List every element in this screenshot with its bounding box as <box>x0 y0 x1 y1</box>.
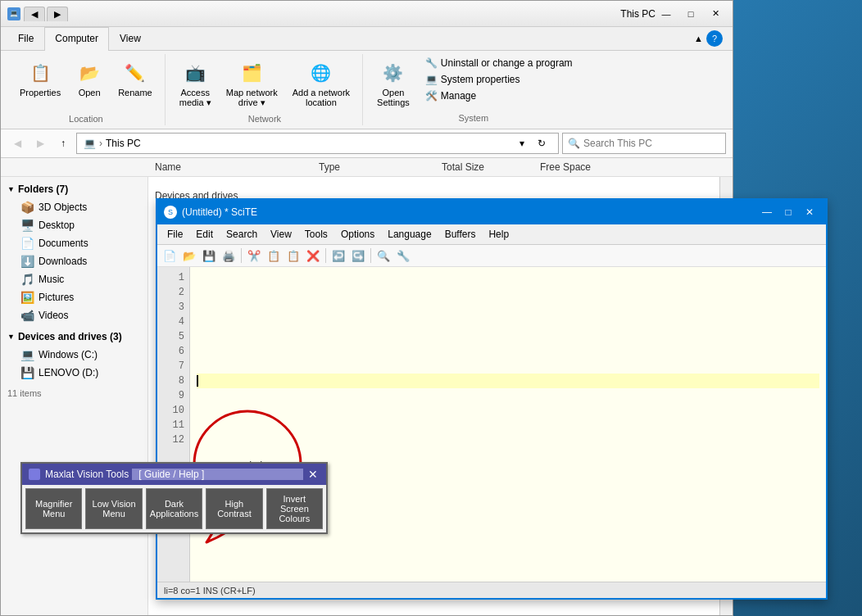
line-7: 7 <box>157 359 189 374</box>
address-path-icon: 💻 <box>84 138 96 149</box>
toolbar-new[interactable]: 📄 <box>161 247 179 265</box>
toolbar-sep2 <box>325 248 326 263</box>
address-input[interactable]: 💻 › This PC ▾ ↻ <box>76 133 559 154</box>
sidebar-item-lenovo-d[interactable]: 💾 LENOVO (D:) <box>1 364 147 382</box>
scite-menu-view[interactable]: View <box>264 226 298 242</box>
sidebar-item-videos[interactable]: 📹 Videos <box>1 306 147 324</box>
lenovo-d-icon: 💾 <box>20 366 34 379</box>
editor-content[interactable] <box>190 267 826 582</box>
thispc-minimize[interactable]: — <box>656 6 677 22</box>
add-network-label: Add a networklocation <box>293 88 350 107</box>
scite-menu-search[interactable]: Search <box>220 226 264 242</box>
text-cursor <box>197 375 198 387</box>
sidebar-item-3dobjects[interactable]: 📦 3D Objects <box>1 198 147 216</box>
scite-menu-help[interactable]: Help <box>482 226 515 242</box>
properties-button[interactable]: 📋 Properties <box>14 56 66 102</box>
access-media-button[interactable]: 📺 Accessmedia ▾ <box>174 56 217 112</box>
toolbar-save[interactable]: 💾 <box>200 247 218 265</box>
toolbar-open[interactable]: 📂 <box>180 247 198 265</box>
system-properties-item[interactable]: 💻 System properties <box>422 72 576 87</box>
devices-header[interactable]: ▼ Devices and drives (3) <box>1 328 147 346</box>
sidebar-item-downloads[interactable]: ⬇️ Downloads <box>1 252 147 270</box>
thispc-close[interactable]: ✕ <box>705 6 726 22</box>
map-drive-label: Map networkdrive ▾ <box>226 88 278 108</box>
col-name[interactable]: Name <box>155 161 319 173</box>
toolbar-print[interactable]: 🖨️ <box>220 247 238 265</box>
toolbar-paste[interactable]: 📋 <box>284 247 302 265</box>
videos-label: Videos <box>39 310 68 321</box>
sidebar-item-music[interactable]: 🎵 Music <box>1 270 147 288</box>
refresh-button[interactable]: ↻ <box>532 134 551 153</box>
rename-button[interactable]: ✏️ Rename <box>112 56 158 102</box>
scite-menu-tools[interactable]: Tools <box>298 226 334 242</box>
forward-button[interactable]: ▶ <box>30 134 50 153</box>
scite-menu-file[interactable]: File <box>161 226 189 242</box>
editor-line-9 <box>197 388 819 403</box>
scite-close[interactable]: ✕ <box>800 204 819 220</box>
address-dropdown[interactable]: ▾ <box>512 134 532 153</box>
magnifier-menu-button[interactable]: MagnifierMenu <box>25 488 82 529</box>
sidebar-item-desktop[interactable]: 🖥️ Desktop <box>1 216 147 234</box>
add-network-button[interactable]: 🌐 Add a networklocation <box>287 56 356 111</box>
uninstall-item[interactable]: 🔧 Uninstall or change a program <box>422 56 576 70</box>
system-group-right: 🔧 Uninstall or change a program 💻 System… <box>422 56 576 111</box>
uninstall-label: Uninstall or change a program <box>441 57 573 69</box>
scite-controls: — □ ✕ <box>757 204 819 220</box>
high-contrast-button[interactable]: HighContrast <box>206 488 262 529</box>
sidebar-item-pictures[interactable]: 🖼️ Pictures <box>1 288 147 306</box>
editor-line-1 <box>197 270 819 285</box>
editor-line-8 <box>197 374 819 388</box>
open-settings-button[interactable]: ⚙️ OpenSettings <box>371 56 415 111</box>
toolbar-delete[interactable]: ❌ <box>304 247 322 265</box>
low-vision-menu-button[interactable]: Low VisionMenu <box>85 488 142 529</box>
scite-minimize[interactable]: — <box>757 204 777 220</box>
downloads-label: Downloads <box>39 256 87 267</box>
dark-applications-button[interactable]: DarkApplications <box>146 488 202 529</box>
ribbon-tabs: File Computer View ▲ ? <box>1 27 733 51</box>
back-button[interactable]: ◀ <box>7 134 27 153</box>
thispc-maximize[interactable]: □ <box>680 6 701 22</box>
sidebar-item-windows-c[interactable]: 💻 Windows (C:) <box>1 346 147 364</box>
folders-chevron: ▼ <box>7 185 15 193</box>
ribbon-content: 📋 Properties 📂 Open ✏️ Rename Location <box>1 51 733 129</box>
toolbar-cut[interactable]: ✂️ <box>245 247 263 265</box>
maxlat-close-button[interactable]: ✕ <box>306 468 320 481</box>
manage-item[interactable]: 🛠️ Manage <box>422 88 576 103</box>
search-box[interactable]: 🔍 <box>562 133 726 154</box>
scite-toolbar: 📄 📂 💾 🖨️ ✂️ 📋 📋 ❌ ↩️ ↪️ 🔍 🔧 <box>157 245 826 267</box>
ribbon-collapse[interactable]: ▲ <box>694 34 703 43</box>
scite-maximize[interactable]: □ <box>778 204 798 220</box>
open-button[interactable]: 📂 Open <box>70 56 109 102</box>
scite-menu-options[interactable]: Options <box>334 226 381 242</box>
help-button[interactable]: ? <box>706 30 723 47</box>
toolbar-copy[interactable]: 📋 <box>265 247 283 265</box>
search-input[interactable] <box>583 138 720 149</box>
ribbon-tab-file[interactable]: File <box>7 27 44 51</box>
line-5: 5 <box>157 329 189 344</box>
scite-menu-edit[interactable]: Edit <box>189 226 220 242</box>
network-label: Network <box>248 114 281 124</box>
toolbar-undo[interactable]: ↩️ <box>329 247 347 265</box>
col-free-space[interactable]: Free Space <box>540 161 638 173</box>
toolbar-settings[interactable]: 🔧 <box>394 247 412 265</box>
ribbon-tab-view[interactable]: View <box>109 27 152 51</box>
sidebar-item-documents[interactable]: 📄 Documents <box>1 234 147 252</box>
col-type[interactable]: Type <box>319 161 442 173</box>
scite-menu-buffers[interactable]: Buffers <box>438 226 483 242</box>
toolbar-redo[interactable]: ↪️ <box>349 247 367 265</box>
sidebar: ▼ Folders (7) 📦 3D Objects 🖥️ Desktop 📄 … <box>1 177 148 615</box>
ribbon-tab-computer[interactable]: Computer <box>44 27 109 51</box>
pictures-label: Pictures <box>39 292 74 303</box>
folders-header[interactable]: ▼ Folders (7) <box>1 180 147 198</box>
toolbar-find[interactable]: 🔍 <box>374 247 392 265</box>
col-total-size[interactable]: Total Size <box>442 161 540 173</box>
column-headers: Name Type Total Size Free Space <box>1 158 733 177</box>
documents-icon: 📄 <box>20 237 34 250</box>
map-drive-button[interactable]: 🗂️ Map networkdrive ▾ <box>220 56 284 112</box>
editor-line-7 <box>197 359 819 374</box>
invert-screen-button[interactable]: Invert ScreenColours <box>266 488 323 529</box>
scite-menu-language[interactable]: Language <box>381 226 438 242</box>
line-6: 6 <box>157 344 189 359</box>
up-button[interactable]: ↑ <box>53 134 73 153</box>
line-4: 4 <box>157 315 189 329</box>
